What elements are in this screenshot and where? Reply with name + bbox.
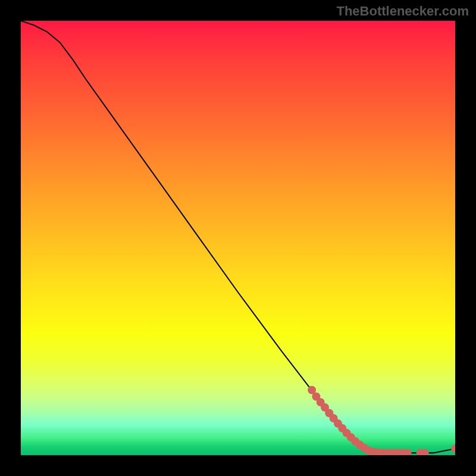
- chart-svg: [21, 21, 455, 455]
- bottleneck-curve-line: [21, 21, 455, 453]
- scatter-point: [451, 444, 455, 453]
- scatter-points-group: [308, 386, 455, 456]
- plot-area: [21, 21, 455, 455]
- attribution-watermark: TheBottlenecker.com: [336, 4, 469, 19]
- chart-container: TheBottlenecker.com: [0, 0, 476, 476]
